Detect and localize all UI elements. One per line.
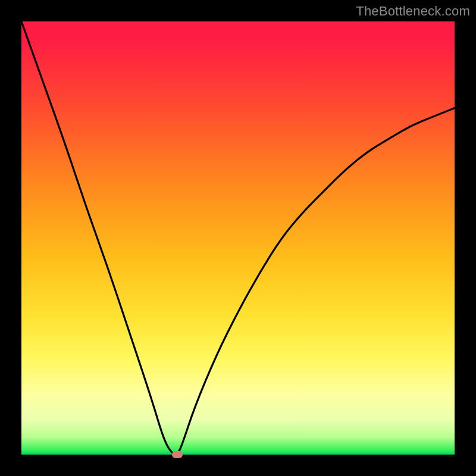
curve-svg xyxy=(21,21,455,455)
plot-area xyxy=(21,21,455,455)
chart-frame: TheBottleneck.com xyxy=(0,0,476,476)
watermark-text: TheBottleneck.com xyxy=(356,4,470,19)
optimum-marker xyxy=(172,451,183,458)
bottleneck-curve xyxy=(21,21,455,455)
